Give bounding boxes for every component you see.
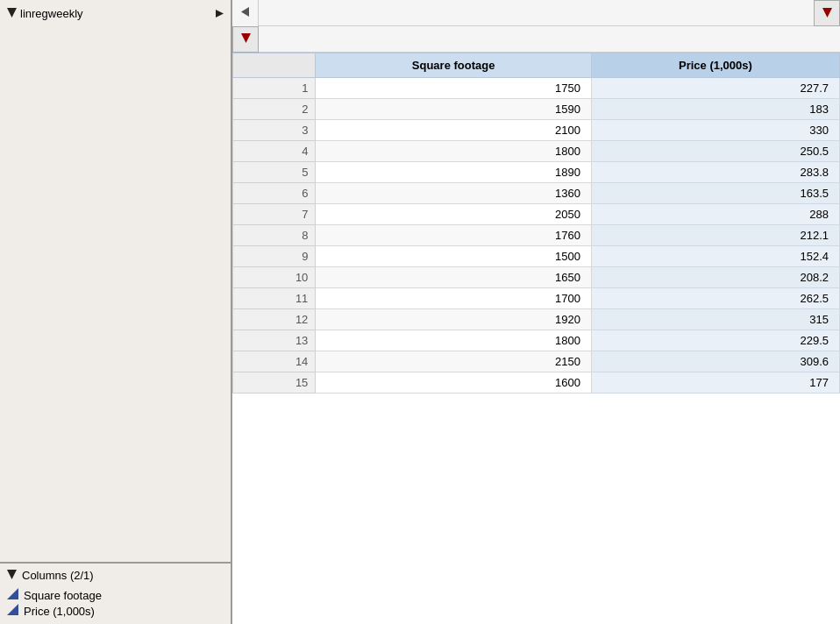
dropdown-arrow-icon	[822, 7, 832, 20]
sqft-cell: 1890	[316, 162, 592, 183]
scroll-controls-bar	[232, 0, 840, 26]
row-controls-bar	[232, 26, 840, 53]
row-number-cell: 9	[233, 246, 316, 267]
row-number-cell: 3	[233, 120, 316, 141]
sidebar-item-linregweekly[interactable]: linregweekly	[4, 5, 227, 22]
svg-marker-1	[216, 10, 224, 18]
table-row: 21590183	[233, 99, 840, 120]
row-number-cell: 4	[233, 141, 316, 162]
svg-marker-0	[7, 8, 17, 18]
table-row: 111700262.5	[233, 288, 840, 309]
row-number-header	[233, 53, 316, 78]
price-cell: 315	[591, 309, 839, 330]
table-row: 32100330	[233, 120, 840, 141]
price-cell: 262.5	[591, 288, 839, 309]
sqft-cell: 1800	[316, 141, 592, 162]
data-table: Square footage Price (1,000s) 11750227.7…	[232, 53, 840, 394]
table-row: 91500152.4	[233, 246, 840, 267]
row-number-cell: 15	[233, 372, 316, 394]
table-row: 142150309.6	[233, 351, 840, 372]
price-cell: 309.6	[591, 351, 839, 372]
columns-header[interactable]: Columns (2/1)	[7, 569, 224, 582]
row-number-cell: 1	[233, 78, 316, 99]
price-cell: 177	[591, 372, 839, 394]
columns-toggle-icon	[7, 569, 17, 582]
table-row: 151600177	[233, 372, 840, 394]
sidebar-tree-label: linregweekly	[20, 7, 83, 20]
row-number-cell: 14	[233, 351, 316, 372]
price-cell: 163.5	[591, 183, 839, 204]
price-cell: 283.8	[591, 162, 839, 183]
scroll-left-button[interactable]	[232, 0, 259, 26]
left-arrow-icon	[241, 6, 249, 19]
row-number-cell: 7	[233, 204, 316, 225]
row-number-cell: 11	[233, 288, 316, 309]
main-area: Square footage Price (1,000s) 11750227.7…	[232, 0, 840, 624]
table-row: 101650208.2	[233, 267, 840, 288]
price-cell: 183	[591, 99, 839, 120]
columns-label: Columns (2/1)	[22, 569, 94, 582]
sqft-cell: 1650	[316, 267, 592, 288]
row-number-cell: 13	[233, 330, 316, 351]
table-row: 72050288	[233, 204, 840, 225]
price-cell: 229.5	[591, 330, 839, 351]
row-number-cell: 10	[233, 267, 316, 288]
table-row: 131800229.5	[233, 330, 840, 351]
sqft-cell: 1590	[316, 99, 592, 120]
sqft-cell: 1700	[316, 288, 592, 309]
sqft-cell: 1500	[316, 246, 592, 267]
price-cell: 212.1	[591, 225, 839, 246]
sqft-cell: 1750	[316, 78, 592, 99]
triangle-down-icon	[7, 7, 17, 20]
svg-marker-3	[7, 588, 18, 599]
price-cell: 288	[591, 204, 839, 225]
table-row: 61360163.5	[233, 183, 840, 204]
row-number-cell: 12	[233, 309, 316, 330]
sqft-col-label: Square footage	[24, 589, 102, 602]
table-row: 11750227.7	[233, 78, 840, 99]
price-cell: 227.7	[591, 78, 839, 99]
table-row: 41800250.5	[233, 141, 840, 162]
price-col-icon	[7, 604, 18, 618]
price-cell: 250.5	[591, 141, 839, 162]
data-table-area: Square footage Price (1,000s) 11750227.7…	[232, 53, 840, 624]
svg-marker-7	[241, 33, 251, 43]
column-item-sqft[interactable]: Square footage	[7, 587, 224, 603]
table-row: 51890283.8	[233, 162, 840, 183]
sqft-cell: 1360	[316, 183, 592, 204]
sqft-cell: 2050	[316, 204, 592, 225]
sidebar: linregweekly Columns (2/1) Squar	[0, 0, 232, 624]
price-cell: 152.4	[591, 246, 839, 267]
row-number-cell: 6	[233, 183, 316, 204]
column-item-price[interactable]: Price (1,000s)	[7, 603, 224, 619]
table-row: 81760212.1	[233, 225, 840, 246]
sqft-cell: 2100	[316, 120, 592, 141]
price-column-header[interactable]: Price (1,000s)	[591, 53, 839, 78]
sqft-cell: 1760	[316, 225, 592, 246]
sidebar-expand-icon	[216, 7, 224, 20]
price-cell: 330	[591, 120, 839, 141]
price-cell: 208.2	[591, 267, 839, 288]
sqft-col-icon	[7, 588, 18, 602]
sqft-cell: 1800	[316, 330, 592, 351]
table-row: 121920315	[233, 309, 840, 330]
row-dropdown-arrow-icon	[241, 32, 251, 46]
svg-marker-6	[822, 8, 832, 18]
col-dropdown-button[interactable]	[814, 0, 840, 26]
svg-marker-4	[7, 604, 18, 615]
svg-marker-2	[7, 570, 17, 579]
sidebar-tree-area: linregweekly	[0, 0, 231, 562]
sqft-cell: 1600	[316, 372, 592, 394]
row-number-cell: 2	[233, 99, 316, 120]
price-col-label: Price (1,000s)	[24, 605, 95, 618]
row-number-cell: 8	[233, 225, 316, 246]
sqft-cell: 2150	[316, 351, 592, 372]
row-dropdown-button[interactable]	[232, 26, 259, 53]
sqft-column-header[interactable]: Square footage	[316, 53, 592, 78]
row-number-cell: 5	[233, 162, 316, 183]
sidebar-columns-section: Columns (2/1) Square footage Price (1,00…	[0, 562, 231, 624]
sqft-cell: 1920	[316, 309, 592, 330]
svg-marker-5	[241, 7, 249, 17]
